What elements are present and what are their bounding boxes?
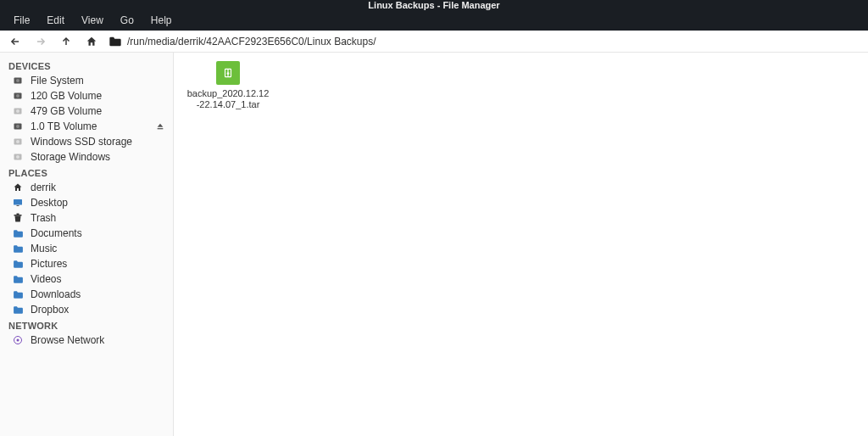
sidebar-heading-places: PLACES xyxy=(0,165,173,180)
menu-go[interactable]: Go xyxy=(112,11,142,30)
path-text: /run/media/derrik/42AACF2923E656C0/Linux… xyxy=(127,36,376,48)
folder-icon xyxy=(12,304,24,316)
menu-help[interactable]: Help xyxy=(142,11,181,30)
folder-icon xyxy=(12,288,24,300)
menu-view[interactable]: View xyxy=(73,11,112,30)
sidebar-item-label: Music xyxy=(31,243,57,254)
svg-point-12 xyxy=(16,155,19,159)
titlebar: Linux Backups - File Manager xyxy=(0,0,868,10)
sidebar-item-label: Browse Network xyxy=(31,334,104,346)
up-button[interactable] xyxy=(59,35,73,48)
sidebar-item-browse-network[interactable]: Browse Network xyxy=(0,333,173,348)
sidebar-item-label: Storage Windows xyxy=(31,151,110,163)
sidebar-item-1tb[interactable]: 1.0 TB Volume xyxy=(0,119,173,134)
folder-icon xyxy=(12,227,24,239)
svg-rect-8 xyxy=(158,128,164,129)
disk-icon xyxy=(12,75,24,87)
sidebar-item-filesystem[interactable]: File System xyxy=(0,73,173,88)
back-button[interactable] xyxy=(8,35,22,48)
sidebar-item-desktop[interactable]: Desktop xyxy=(0,195,173,210)
svg-point-1 xyxy=(16,79,19,82)
svg-rect-13 xyxy=(14,199,22,205)
sidebar: DEVICES File System 120 GB Volume 479 GB… xyxy=(0,53,174,436)
sidebar-item-479gb[interactable]: 479 GB Volume xyxy=(0,103,173,119)
folder-icon xyxy=(12,258,24,270)
disk-icon xyxy=(12,136,24,148)
nav-icons xyxy=(8,35,98,48)
trash-icon xyxy=(12,212,24,224)
sidebar-item-dropbox[interactable]: Dropbox xyxy=(0,302,173,317)
disk-icon xyxy=(12,120,24,132)
disk-icon xyxy=(12,105,24,117)
pathbar[interactable]: /run/media/derrik/42AACF2923E656C0/Linux… xyxy=(108,36,376,48)
sidebar-heading-network: NETWORK xyxy=(0,317,173,333)
sidebar-item-label: Desktop xyxy=(31,197,68,209)
desktop-icon xyxy=(12,197,24,209)
sidebar-item-trash[interactable]: Trash xyxy=(0,210,173,226)
network-icon xyxy=(12,334,24,346)
svg-point-3 xyxy=(16,94,19,98)
disk-icon xyxy=(12,90,24,102)
forward-button[interactable] xyxy=(34,35,47,48)
sidebar-item-pictures[interactable]: Pictures xyxy=(0,256,173,271)
sidebar-item-label: Pictures xyxy=(31,258,67,270)
sidebar-item-label: Windows SSD storage xyxy=(31,136,132,148)
eject-icon[interactable] xyxy=(156,122,164,131)
archive-icon xyxy=(216,61,240,85)
menu-file[interactable]: File xyxy=(5,11,38,30)
svg-point-7 xyxy=(16,125,19,128)
svg-point-5 xyxy=(16,109,19,113)
sidebar-item-120gb[interactable]: 120 GB Volume xyxy=(0,88,173,103)
sidebar-item-videos[interactable]: Videos xyxy=(0,271,173,287)
sidebar-item-label: 120 GB Volume xyxy=(31,90,102,102)
svg-rect-15 xyxy=(14,215,22,216)
window-title: Linux Backups - File Manager xyxy=(368,0,499,10)
folder-icon xyxy=(12,243,24,254)
home-button[interactable] xyxy=(85,35,98,48)
file-view[interactable]: backup_2020.12.12-22.14.07_1.tar xyxy=(174,53,868,436)
sidebar-item-label: Documents xyxy=(31,227,82,239)
file-label: backup_2020.12.12-22.14.07_1.tar xyxy=(186,88,270,110)
file-item[interactable]: backup_2020.12.12-22.14.07_1.tar xyxy=(186,61,270,110)
sidebar-item-home[interactable]: derrik xyxy=(0,180,173,195)
sidebar-item-label: Trash xyxy=(31,212,56,224)
sidebar-item-storage-windows[interactable]: Storage Windows xyxy=(0,149,173,165)
sidebar-item-label: 1.0 TB Volume xyxy=(31,120,97,132)
svg-point-20 xyxy=(227,73,229,75)
sidebar-heading-devices: DEVICES xyxy=(0,58,173,73)
svg-point-10 xyxy=(16,140,19,143)
sidebar-item-windows-ssd[interactable]: Windows SSD storage xyxy=(0,134,173,149)
sidebar-item-label: 479 GB Volume xyxy=(31,105,102,117)
sidebar-item-label: Videos xyxy=(31,273,61,285)
sidebar-item-label: Dropbox xyxy=(31,304,69,316)
menubar: File Edit View Go Help xyxy=(0,10,868,31)
sidebar-item-documents[interactable]: Documents xyxy=(0,226,173,241)
folder-icon xyxy=(108,36,122,48)
svg-rect-16 xyxy=(17,214,19,215)
toolbar: /run/media/derrik/42AACF2923E656C0/Linux… xyxy=(0,31,868,53)
main: DEVICES File System 120 GB Volume 479 GB… xyxy=(0,53,868,436)
folder-icon xyxy=(12,273,24,285)
sidebar-item-label: derrik xyxy=(31,182,56,193)
home-icon xyxy=(12,182,24,193)
sidebar-item-label: File System xyxy=(31,75,84,87)
disk-icon xyxy=(12,151,24,163)
sidebar-item-music[interactable]: Music xyxy=(0,241,173,256)
svg-point-18 xyxy=(17,339,19,342)
menu-edit[interactable]: Edit xyxy=(38,11,73,30)
svg-rect-14 xyxy=(17,205,19,206)
sidebar-item-label: Downloads xyxy=(31,288,81,300)
sidebar-item-downloads[interactable]: Downloads xyxy=(0,287,173,302)
